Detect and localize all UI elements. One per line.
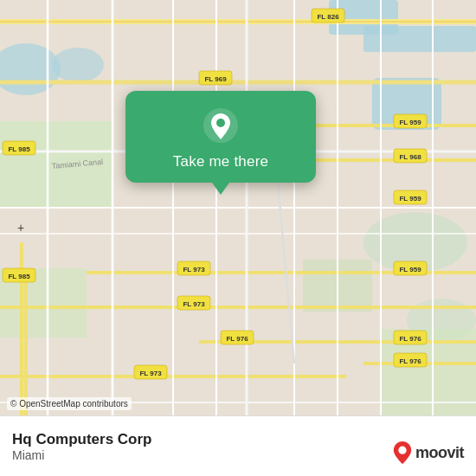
svg-point-70	[216, 119, 225, 127]
svg-text:FL 973: FL 973	[139, 370, 162, 377]
svg-text:FL 985: FL 985	[8, 273, 30, 280]
svg-text:FL 959: FL 959	[399, 119, 421, 126]
map-attribution: © OpenStreetMap contributors	[7, 397, 132, 410]
svg-text:FL 826: FL 826	[317, 13, 339, 21]
svg-text:FL 959: FL 959	[399, 266, 421, 273]
location-city: Miami	[12, 448, 152, 462]
svg-text:FL 973: FL 973	[183, 300, 205, 308]
svg-text:FL 968: FL 968	[399, 153, 421, 161]
map-container: Tamiami Canal	[0, 0, 476, 415]
svg-text:FL 985: FL 985	[8, 145, 30, 153]
svg-text:FL 959: FL 959	[399, 195, 421, 203]
svg-text:FL 969: FL 969	[204, 75, 227, 83]
take-me-there-button[interactable]: Take me there	[173, 153, 268, 170]
attribution-text: © OpenStreetMap contributors	[10, 399, 128, 408]
location-name: Hq Computers Corp	[12, 431, 152, 448]
location-info: Hq Computers Corp Miami	[12, 431, 152, 462]
svg-text:FL 976: FL 976	[226, 335, 248, 343]
svg-text:FL 976: FL 976	[399, 335, 421, 343]
svg-point-5	[52, 48, 104, 82]
popup-card: Take me there	[125, 91, 316, 183]
svg-text:FL 973: FL 973	[183, 266, 205, 273]
moovit-pin-icon	[393, 441, 412, 464]
svg-point-71	[398, 447, 406, 454]
svg-text:FL 976: FL 976	[399, 357, 421, 365]
moovit-logo: moovit	[393, 441, 464, 464]
svg-text:+: +	[17, 221, 24, 235]
location-pin-icon	[202, 106, 240, 145]
bottom-bar: Hq Computers Corp Miami moovit	[0, 415, 476, 476]
moovit-text: moovit	[415, 444, 464, 462]
